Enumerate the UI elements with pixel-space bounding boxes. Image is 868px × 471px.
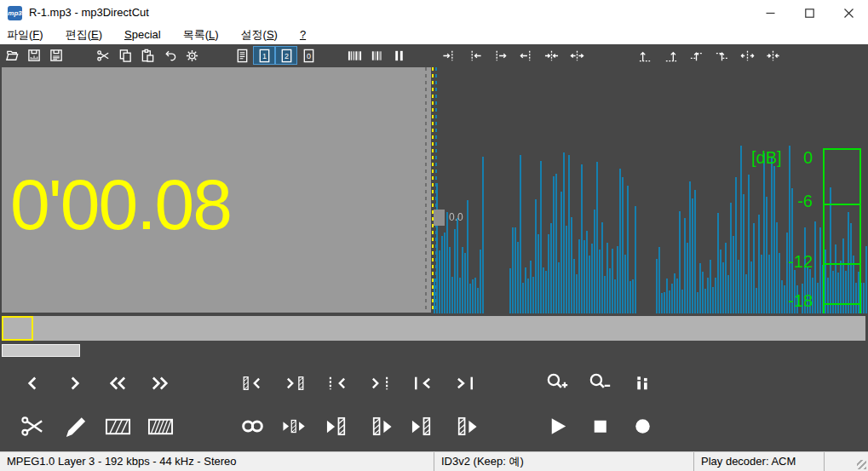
menu-help[interactable]: ?: [289, 26, 317, 44]
pause-detection-button[interactable]: [343, 46, 365, 65]
menu-file[interactable]: 파일(F): [0, 26, 55, 44]
undo-icon: [163, 49, 177, 63]
goto-sel-end-button[interactable]: [273, 365, 316, 402]
bar-play-icon: [367, 413, 394, 439]
undo-button[interactable]: [158, 46, 181, 65]
zoom-out-button[interactable]: [578, 365, 621, 402]
cue-out-right-button[interactable]: [513, 46, 538, 65]
play-to-cursor-button[interactable]: [444, 407, 486, 445]
pause-marks-button[interactable]: [388, 46, 410, 65]
play-button[interactable]: [536, 407, 578, 445]
svg-text:0: 0: [307, 51, 311, 60]
folder-icon: [5, 49, 20, 63]
chev-dot-r-icon: [369, 372, 391, 394]
vad-b-icon: [370, 49, 384, 63]
cue-sheet-button[interactable]: [621, 365, 664, 402]
zoom-in-button[interactable]: [536, 365, 578, 402]
play-from-cursor-button[interactable]: [401, 407, 444, 445]
menu-edit[interactable]: 편집(E): [55, 26, 113, 44]
zoom-in-icon: [546, 372, 568, 394]
spread-left-button[interactable]: [734, 46, 760, 65]
meter-line-12: [825, 263, 859, 265]
fast-forward-button[interactable]: [139, 365, 181, 402]
edit-pencil-button[interactable]: [54, 407, 96, 445]
save-list-button[interactable]: [45, 46, 67, 65]
maximize-button[interactable]: [790, 0, 829, 26]
play-post-border-button[interactable]: [359, 407, 401, 445]
menu-list[interactable]: 목록(L): [172, 26, 230, 44]
spread-right-button[interactable]: [760, 46, 785, 65]
cut-button[interactable]: [92, 46, 114, 65]
cue-both-out-button[interactable]: [564, 46, 589, 65]
save-list-icon: [49, 49, 64, 63]
lvl-d-icon: [715, 49, 729, 63]
fast-rewind-button[interactable]: [96, 365, 139, 402]
play-pre-border-button[interactable]: [316, 407, 359, 445]
cue-in-left-button[interactable]: [436, 46, 462, 65]
cue-in-right-button[interactable]: [462, 46, 487, 65]
scrollbar-thumb[interactable]: [2, 344, 80, 357]
level-up-left-button[interactable]: [632, 46, 658, 65]
lvl-a-icon: [638, 49, 652, 63]
save-wave-icon: [27, 49, 42, 63]
view-window-rect[interactable]: [2, 316, 33, 341]
file-info-button[interactable]: [231, 46, 253, 65]
cut-sm-icon: [96, 49, 111, 63]
cue-marker-label: 0.0: [449, 211, 463, 223]
play-cursor-line[interactable]: [432, 67, 434, 313]
chev-bar-r-icon: [284, 372, 306, 394]
menu-settings[interactable]: 설정(S): [230, 26, 289, 44]
close-button[interactable]: [829, 0, 868, 26]
status-format: MPEG1.0 Layer 3 - 192 kbps - 44 kHz - St…: [0, 452, 434, 471]
step-forward-button[interactable]: [54, 365, 96, 402]
status-empty: [825, 452, 868, 471]
gear-icon: [185, 49, 199, 63]
level-step-left-button[interactable]: [683, 46, 709, 65]
goto-begin-button[interactable]: [401, 365, 444, 402]
paste-icon: [141, 49, 155, 63]
cue-out-r-icon: [519, 49, 533, 63]
view-layer-0-button[interactable]: 0: [297, 46, 319, 65]
open-file-button[interactable]: [1, 46, 23, 65]
menu-special[interactable]: Special: [113, 26, 172, 44]
play-bar-icon: [325, 413, 351, 439]
level-up-right-button[interactable]: [658, 46, 683, 65]
goto-sel-start-button[interactable]: [231, 365, 273, 402]
cue-both-in-button[interactable]: [538, 46, 564, 65]
play-bar-icon: [410, 413, 436, 439]
copy-button[interactable]: [114, 46, 136, 65]
auto-cue-button[interactable]: [365, 46, 388, 65]
svg-text:2: 2: [285, 51, 289, 60]
app-icon: mp3: [8, 6, 22, 20]
select-mode-a-button[interactable]: [96, 407, 139, 445]
select-mode-b-button[interactable]: [139, 407, 181, 445]
cue-both-out-icon: [570, 49, 584, 63]
settings-button[interactable]: [181, 46, 203, 65]
cut-selection-button[interactable]: [11, 407, 54, 445]
paste-button[interactable]: [136, 46, 158, 65]
play-skip-cut-button[interactable]: [273, 407, 316, 445]
save-audio-button[interactable]: [23, 46, 45, 65]
loop-play-button[interactable]: [231, 407, 273, 445]
chev-l-icon: [21, 372, 43, 394]
overview-zone: [0, 313, 868, 343]
cue-in-l-icon: [442, 49, 457, 63]
view-layer-2-button[interactable]: 2: [275, 46, 297, 65]
step-back-button[interactable]: [11, 365, 54, 402]
record-button[interactable]: [621, 407, 664, 445]
prev-cue-button[interactable]: [316, 365, 359, 402]
cue-marker-handle[interactable]: [434, 210, 445, 226]
minimize-button[interactable]: [750, 0, 790, 26]
view-layer-1-button[interactable]: 1: [253, 46, 275, 65]
spread-a-icon: [740, 49, 755, 63]
level-step-right-button[interactable]: [709, 46, 734, 65]
resize-grip[interactable]: [857, 460, 866, 469]
waveform-area: 0.0 0'00.08 [dB] 0 -6 -12 -18 -48 | 0'05…: [0, 66, 868, 313]
audio-start-line: [435, 67, 437, 313]
cue-out-left-button[interactable]: [487, 46, 513, 65]
next-cue-button[interactable]: [359, 365, 401, 402]
stop-button[interactable]: [578, 407, 621, 445]
goto-end-button[interactable]: [444, 365, 486, 402]
horizontal-scrollbar[interactable]: [0, 343, 868, 358]
overview-bar[interactable]: [2, 316, 865, 341]
